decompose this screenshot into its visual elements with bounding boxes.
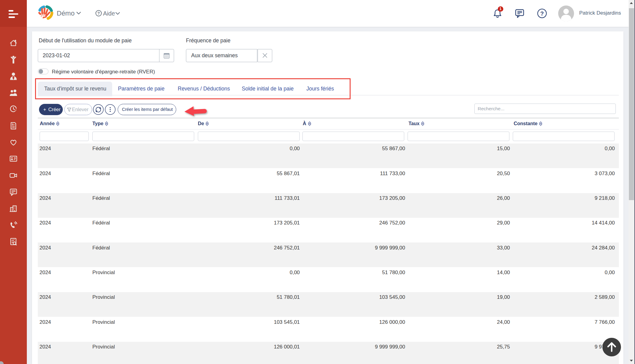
svg-text:?: ? — [97, 11, 100, 16]
svg-text:$: $ — [12, 123, 13, 126]
svg-text:?: ? — [540, 10, 544, 17]
